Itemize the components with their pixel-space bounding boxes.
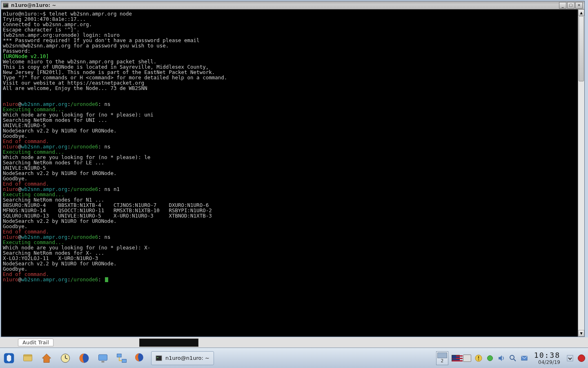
background-app-strip: Audit Trail <box>0 337 588 348</box>
prompt-line: n1uro@wb2snn.ampr.org:/uronode6: ns <box>3 101 576 107</box>
terminal-icon <box>156 355 162 361</box>
close-button[interactable]: ✕ <box>575 2 583 9</box>
prompt-line: n1uro@wb2snn.ampr.org:/uronode6: ns n1 <box>3 186 576 192</box>
clock-icon[interactable] <box>59 352 72 365</box>
flag-icon[interactable] <box>452 354 460 362</box>
background-tab[interactable]: Audit Trail <box>18 339 53 346</box>
svg-rect-2 <box>4 5 6 5</box>
prompt-line: n1uro@wb2snn.ampr.org:/uronode6: ns <box>3 144 576 149</box>
titlebar[interactable]: n1uro@n1uro: ~ _ ▢ ✕ <box>1 1 584 9</box>
window-buttons: _ ▢ ✕ <box>559 2 583 9</box>
keyboard-layout-icon[interactable] <box>463 354 471 362</box>
minimize-button[interactable]: _ <box>559 2 566 9</box>
mail-icon[interactable] <box>520 354 528 362</box>
svg-line-19 <box>514 359 516 361</box>
prompt-line: n1uro@wb2snn.ampr.org:/uronode6: <box>3 277 576 282</box>
volume-icon[interactable] <box>497 354 506 362</box>
scroll-track[interactable] <box>578 16 584 330</box>
terminal-line: NodeSearch v2.2 by N1URO for URONode. <box>3 261 576 266</box>
maximize-button[interactable]: ▢ <box>567 2 575 9</box>
terminal-line: wb2snn@wb2snn.ampr.org for a password yo… <box>3 43 576 48</box>
svg-rect-10 <box>99 355 107 360</box>
cursor <box>105 277 108 282</box>
magnifier-icon[interactable] <box>509 354 517 362</box>
taskbar: n1uro@n1uro: ~ 2 10:38 04/29/19 <box>0 348 588 368</box>
svg-rect-15 <box>156 356 162 361</box>
home-icon[interactable] <box>40 352 53 365</box>
terminal-line: Searching NetRom nodes for LE ... <box>3 160 576 165</box>
terminal-line: NodeSearch v2.2 by N1URO for URONode. <box>3 171 576 176</box>
scroll-down-button[interactable]: ▼ <box>578 330 584 337</box>
quick-launch <box>2 352 128 365</box>
svg-rect-1 <box>4 3 8 4</box>
terminal-line <box>3 91 576 96</box>
terminal-line: All are welcome, Enjoy the Node... 73 de… <box>3 85 576 91</box>
taskbar-item-label: n1uro@n1uro: ~ <box>165 355 209 361</box>
terminal-line: Searching NetRom nodes for UNI ... <box>3 117 576 123</box>
update-available-icon[interactable] <box>474 354 483 362</box>
terminal-line: NodeSearch v2.2 by N1URO for URONode. <box>3 218 576 224</box>
clock-area[interactable]: 10:38 04/29/19 <box>534 351 560 365</box>
svg-rect-21 <box>567 355 573 361</box>
svg-rect-12 <box>117 354 122 357</box>
terminal-line: Goodbye. <box>3 266 576 272</box>
svg-rect-11 <box>102 361 105 363</box>
terminal-line: Goodbye. <box>3 224 576 229</box>
network-icon[interactable] <box>115 352 128 365</box>
terminal-line: NodeSearch v2.2 by N1URO for URONode. <box>3 128 576 133</box>
firefox-running-icon[interactable] <box>135 353 144 364</box>
clock-date: 04/29/19 <box>538 359 560 365</box>
scrollbar[interactable]: ▲ ▼ <box>578 9 584 337</box>
prompt-line: n1uro@wb2snn.ampr.org:/uronode6: ns <box>3 234 576 240</box>
terminal-line: n1uro@n1uro:~$ telnet wb2snn.ampr.org no… <box>3 11 576 16</box>
svg-point-18 <box>510 355 514 359</box>
display-settings-icon[interactable] <box>96 352 109 365</box>
power-button-icon[interactable] <box>577 354 586 362</box>
terminal-viewport[interactable]: n1uro@n1uro:~$ telnet wb2snn.ampr.org no… <box>1 9 578 337</box>
svg-rect-5 <box>24 355 32 356</box>
pager-number: 2 <box>441 358 443 364</box>
start-menu-icon[interactable] <box>2 352 16 365</box>
workspace-pager[interactable]: 2 <box>436 351 448 365</box>
scroll-thumb[interactable] <box>579 16 584 81</box>
terminal-line: Connected to wb2snn.ampr.org. <box>3 22 576 27</box>
window-title: n1uro@n1uro: ~ <box>11 2 559 8</box>
scroll-up-button[interactable]: ▲ <box>578 9 584 16</box>
status-green-icon[interactable] <box>486 354 494 362</box>
terminal-icon <box>3 2 9 8</box>
svg-rect-13 <box>122 359 127 362</box>
terminal-line: Goodbye. <box>3 133 576 139</box>
clock-time: 10:38 <box>534 351 560 359</box>
system-tray: 2 10:38 04/29/19 <box>436 351 586 365</box>
terminal-line: Goodbye. <box>3 176 576 181</box>
firefox-icon[interactable] <box>78 352 91 365</box>
taskbar-item-terminal[interactable]: n1uro@n1uro: ~ <box>151 351 214 365</box>
svg-rect-16 <box>157 357 158 358</box>
background-dark-panel <box>139 339 198 347</box>
terminal-line: Password: <box>3 48 576 54</box>
show-desktop-icon[interactable] <box>21 352 34 365</box>
terminal-window: n1uro@n1uro: ~ _ ▢ ✕ n1uro@n1uro:~$ teln… <box>1 1 585 337</box>
tray-chevron-icon[interactable] <box>566 354 574 362</box>
